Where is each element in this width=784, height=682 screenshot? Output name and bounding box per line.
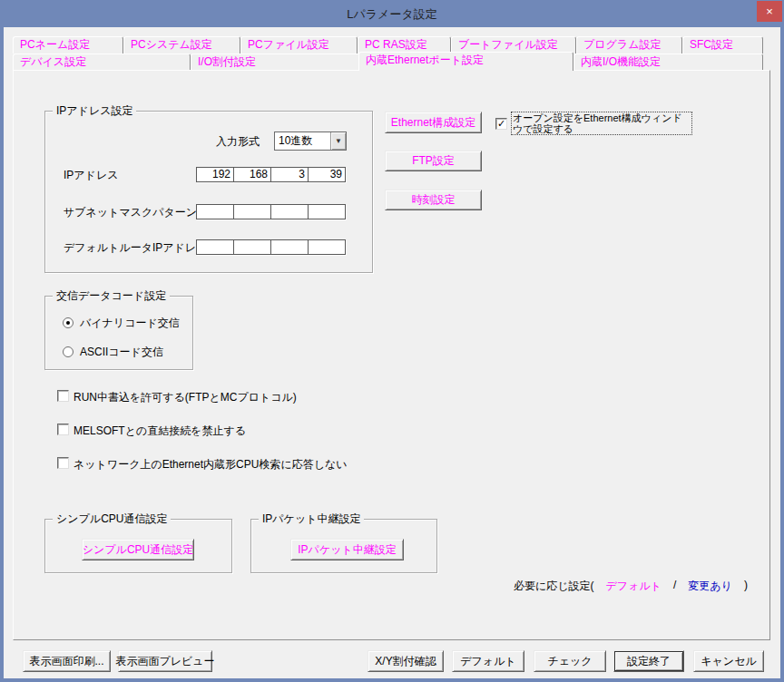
ip-address-group-title: IPアドレス設定 (53, 104, 136, 117)
check-icon: ✓ (497, 118, 505, 129)
ip-packet-setting-button[interactable]: IPパケット中継設定 (290, 539, 404, 560)
preview-screen-button[interactable]: 表示画面プレビュー (118, 650, 212, 672)
tab-pc-file[interactable]: PCファイル設定 (240, 36, 358, 54)
legend-prefix: 必要に応じ設定( (514, 579, 594, 594)
binary-code-radio-label[interactable]: バイナリコード交信 (80, 317, 180, 329)
tab-program[interactable]: プログラム設定 (576, 36, 682, 54)
legend-changed: 変更あり (688, 579, 732, 594)
cancel-button[interactable]: キャンセル (693, 650, 764, 672)
dialog-content: PCネーム設定 PCシステム設定 PCファイル設定 PC RAS設定 ブートファ… (4, 27, 780, 678)
subnet-mask-label: サブネットマスクパターン (64, 206, 197, 219)
tab-io-assignment[interactable]: I/O割付設定 (191, 54, 362, 70)
tab-pc-system[interactable]: PCシステム設定 (123, 36, 240, 54)
default-router-input (196, 239, 346, 255)
input-format-select[interactable]: 10進数 ▼ (274, 132, 347, 151)
legend-note: 必要に応じ設定( デフォルト / 変更あり ) (514, 579, 748, 594)
run-write-checkbox-label[interactable]: RUN中書込を許可する(FTPとMCプロトコル) (74, 391, 297, 404)
close-icon: × (766, 5, 773, 18)
tab-sfc[interactable]: SFC設定 (682, 36, 763, 54)
ip-packet-group-title: IPパケット中継設定 (259, 512, 364, 525)
default-button[interactable]: デフォルト (452, 650, 524, 672)
subnet-mask-input (196, 204, 346, 219)
tab-builtin-io-function[interactable]: 内蔵I/O機能設定 (573, 54, 763, 70)
ip-octet-input[interactable]: 39 (309, 168, 345, 181)
ip-octet-input[interactable]: 168 (234, 168, 271, 181)
default-router-label: デフォルトルータIPアドレス (64, 241, 207, 254)
ftp-setting-button[interactable]: FTP設定 (385, 151, 482, 171)
window-title: Lパラメータ設定 (0, 6, 784, 23)
tab-panel-ethernet-port: IPアドレス設定 入力形式 10進数 ▼ IPアドレス 192 168 3 39… (13, 70, 770, 640)
melsoft-direct-checkbox-label[interactable]: MELSOFTとの直結接続を禁止する (74, 424, 246, 437)
tab-builtin-ethernet-port[interactable]: 内蔵Ethernetポート設定 (358, 52, 573, 71)
finish-setting-button[interactable]: 設定終了 (613, 650, 684, 672)
subnet-octet-input[interactable] (271, 205, 309, 219)
ascii-code-radio[interactable] (63, 346, 74, 357)
run-write-checkbox[interactable] (57, 390, 69, 402)
router-octet-input[interactable] (271, 240, 309, 254)
ip-address-groupbox: IPアドレス設定 入力形式 10進数 ▼ IPアドレス 192 168 3 39… (44, 111, 373, 273)
binary-code-radio[interactable] (63, 317, 74, 328)
dialog-window: Lパラメータ設定 × PCネーム設定 PCシステム設定 PCファイル設定 PC … (0, 0, 784, 682)
open-setting-checkbox[interactable]: ✓ (495, 118, 507, 130)
legend-suffix: ) (744, 579, 748, 594)
data-code-group-title: 交信データコード設定 (53, 289, 170, 302)
subnet-octet-input[interactable] (197, 205, 234, 219)
ip-octet-input[interactable]: 192 (197, 168, 234, 181)
legend-separator: / (673, 579, 676, 594)
close-button[interactable]: × (757, 1, 782, 22)
router-octet-input[interactable] (234, 240, 271, 254)
time-setting-button[interactable]: 時刻設定 (385, 190, 482, 210)
tab-device[interactable]: デバイス設定 (13, 54, 191, 70)
cpu-search-checkbox[interactable] (57, 457, 69, 469)
simple-cpu-groupbox: シンプルCPU通信設定 シンプルCPU通信設定 (44, 519, 232, 573)
ascii-code-radio-label[interactable]: ASCIIコード交信 (80, 346, 163, 358)
legend-default: デフォルト (606, 579, 662, 594)
tab-pc-name[interactable]: PCネーム設定 (13, 36, 123, 54)
simple-cpu-group-title: シンプルCPU通信設定 (53, 512, 171, 525)
ip-address-input: 192 168 3 39 (196, 167, 346, 182)
print-screen-button[interactable]: 表示画面印刷... (23, 650, 111, 672)
simple-cpu-setting-button[interactable]: シンプルCPU通信設定 (82, 539, 194, 560)
chevron-down-icon[interactable]: ▼ (330, 132, 346, 150)
ip-packet-groupbox: IPパケット中継設定 IPパケット中継設定 (250, 519, 437, 573)
check-button[interactable]: チェック (534, 650, 606, 672)
router-octet-input[interactable] (197, 240, 234, 254)
ip-address-label: IPアドレス (64, 169, 118, 181)
subnet-octet-input[interactable] (309, 205, 345, 219)
ip-octet-input[interactable]: 3 (271, 168, 309, 181)
ethernet-config-button[interactable]: Ethernet構成設定 (385, 112, 482, 133)
melsoft-direct-checkbox[interactable] (57, 424, 69, 435)
input-format-value: 10進数 (275, 132, 330, 150)
open-setting-checkbox-label[interactable]: オープン設定をEthernet構成ウィンドウで設定する (511, 112, 692, 135)
cpu-search-checkbox-label[interactable]: ネットワーク上のEthernet内蔵形CPU検索に応答しない (74, 458, 348, 471)
subnet-octet-input[interactable] (234, 205, 271, 219)
xy-assignment-check-button[interactable]: X/Y割付確認 (368, 650, 444, 672)
router-octet-input[interactable] (309, 240, 345, 254)
input-format-label: 入力形式 (216, 135, 260, 148)
data-code-groupbox: 交信データコード設定 バイナリコード交信 ASCIIコード交信 (44, 296, 193, 370)
title-bar: Lパラメータ設定 × (0, 0, 784, 27)
